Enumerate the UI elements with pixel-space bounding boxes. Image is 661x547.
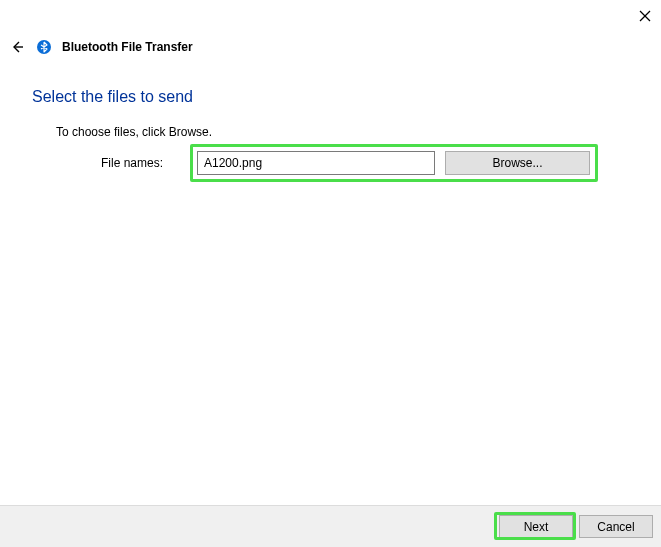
close-button[interactable] xyxy=(637,8,653,24)
file-names-label: File names: xyxy=(101,156,163,170)
bluetooth-icon xyxy=(36,39,52,55)
window-title: Bluetooth File Transfer xyxy=(62,40,193,54)
back-arrow-icon[interactable] xyxy=(8,38,26,56)
file-names-input[interactable] xyxy=(197,151,435,175)
instruction-text: To choose files, click Browse. xyxy=(56,125,212,139)
cancel-button[interactable]: Cancel xyxy=(579,515,653,538)
bottom-bar: Next Cancel xyxy=(0,505,661,547)
header-row: Bluetooth File Transfer xyxy=(8,38,193,56)
next-button[interactable]: Next xyxy=(499,515,573,538)
page-heading: Select the files to send xyxy=(32,88,193,106)
browse-button[interactable]: Browse... xyxy=(445,151,590,175)
